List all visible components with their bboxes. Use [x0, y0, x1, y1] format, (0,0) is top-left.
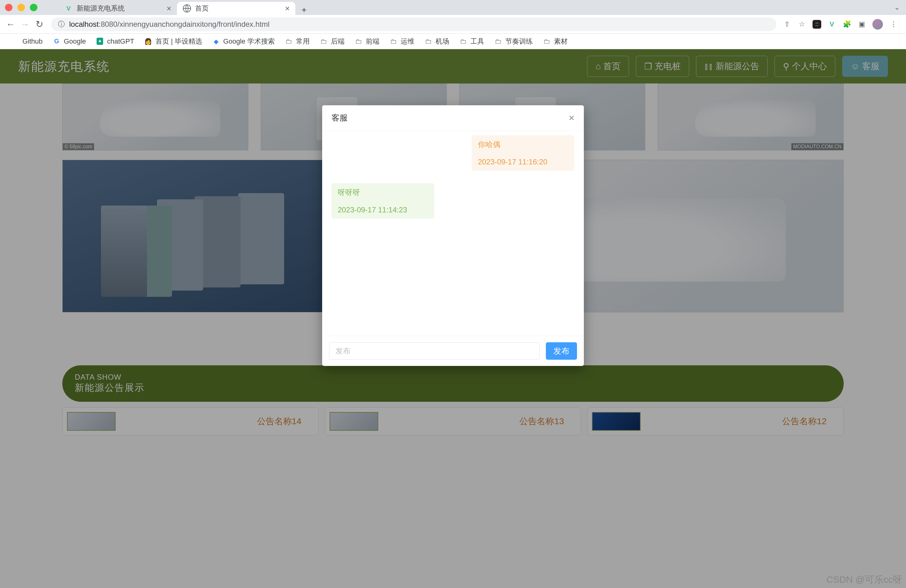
- folder-icon: 🗀: [389, 37, 397, 45]
- section-title: 新能源公告展示: [75, 381, 831, 394]
- page-viewport: 新能源充电系统 ⌂首页❒充电桩⫿⫿新能源公告⚲个人中心☺客服 © 58pic.c…: [0, 49, 906, 588]
- extensions-puzzle-icon[interactable]: 🧩: [842, 20, 851, 29]
- bookmark-item[interactable]: GGoogle: [53, 37, 86, 45]
- share-icon[interactable]: ⇧: [783, 20, 791, 29]
- window-titlebar: V 新能源充电系统 × 首页 × + ⌄: [0, 0, 906, 15]
- reload-button[interactable]: ↻: [33, 19, 45, 30]
- extension-icon[interactable]: ::: [812, 20, 821, 29]
- bookmark-favicon: [11, 37, 19, 45]
- bookmark-item[interactable]: ✦chatGPT: [96, 37, 134, 45]
- nav-label: 充电桩: [655, 61, 681, 72]
- bookmark-item[interactable]: 🗀工具: [459, 37, 484, 46]
- tab-inactive[interactable]: V 新能源充电系统 ×: [59, 2, 177, 15]
- dialog-body: 你哈偶2023-09-17 11:16:20呀呀呀2023-09-17 11:1…: [322, 131, 584, 336]
- chrome-menu-icon[interactable]: ⋮: [889, 20, 898, 29]
- toolbar-actions: ⇧ ☆ :: V 🧩 ▣ ⋮: [783, 19, 901, 30]
- tab-strip: V 新能源充电系统 × 首页 × +: [59, 0, 310, 15]
- message-timestamp: 2023-09-17 11:14:23: [338, 206, 428, 214]
- site-header: 新能源充电系统 ⌂首页❒充电桩⫿⫿新能源公告⚲个人中心☺客服: [0, 49, 906, 83]
- bookmark-label: 节奏训练: [505, 37, 533, 46]
- announcement-thumbnail: [592, 412, 641, 431]
- bookmarks-bar: GithubGGoogle✦chatGPT👩首页 | 毕设精选◆Google 学…: [0, 33, 906, 49]
- close-window-icon[interactable]: [5, 4, 13, 11]
- bookmark-item[interactable]: 🗀节奏训练: [494, 37, 533, 46]
- nav-label: 新能源公告: [716, 61, 759, 72]
- sidepanel-icon[interactable]: ▣: [857, 20, 866, 29]
- profile-avatar[interactable]: [873, 19, 883, 30]
- message-received: 呀呀呀2023-09-17 11:14:23: [332, 183, 434, 218]
- nav-icon: ⚲: [783, 61, 790, 72]
- announcement-thumbnail: [330, 412, 378, 431]
- folder-icon: 🗀: [494, 37, 502, 45]
- traffic-lights: [5, 4, 37, 11]
- bookmark-label: 后端: [331, 37, 345, 46]
- message-text: 你哈偶: [478, 140, 568, 150]
- announcement-title: 公告名称13: [519, 416, 576, 427]
- bookmark-star-icon[interactable]: ☆: [798, 20, 806, 29]
- announcement-card[interactable]: 公告名称13: [325, 407, 581, 435]
- nav-button[interactable]: ☺客服: [842, 56, 888, 77]
- vue-devtools-icon[interactable]: V: [828, 20, 836, 29]
- minimize-window-icon[interactable]: [18, 4, 25, 11]
- url-text: localhost:8080/xinnengyuanchongdainxiton…: [69, 20, 270, 29]
- nav-button[interactable]: ❒充电桩: [636, 56, 689, 77]
- nav-button[interactable]: ⫿⫿新能源公告: [696, 56, 768, 77]
- vue-icon: V: [64, 4, 73, 13]
- dialog-title: 客服: [332, 112, 348, 123]
- dialog-header: 客服 ×: [322, 105, 584, 131]
- bookmark-label: 素材: [554, 37, 568, 46]
- bookmark-favicon: G: [53, 37, 61, 45]
- announcement-card[interactable]: 公告名称14: [62, 407, 319, 435]
- bookmark-item[interactable]: 👩首页 | 毕设精选: [144, 37, 202, 46]
- nav-icon: ❒: [644, 61, 652, 72]
- tab-active[interactable]: 首页 ×: [177, 2, 295, 15]
- forward-button: →: [19, 19, 30, 30]
- bookmark-label: Google 学术搜索: [223, 37, 275, 46]
- bookmark-label: 常用: [296, 37, 310, 46]
- folder-icon: 🗀: [424, 37, 432, 45]
- announcement-card[interactable]: 公告名称12: [587, 407, 844, 435]
- tab-title: 新能源充电系统: [77, 4, 163, 13]
- bookmark-label: Github: [22, 37, 43, 45]
- message-sent: 你哈偶2023-09-17 11:16:20: [472, 135, 574, 171]
- maximize-window-icon[interactable]: [30, 4, 37, 11]
- bookmark-label: chatGPT: [107, 37, 134, 45]
- image-placeholder: MODIAUTO.COM.CN: [658, 83, 844, 150]
- bookmark-item[interactable]: 🗀前端: [354, 37, 380, 46]
- nav-button[interactable]: ⚲个人中心: [775, 56, 835, 77]
- site-info-icon[interactable]: ⓘ: [58, 20, 65, 29]
- address-bar[interactable]: ⓘ localhost:8080/xinnengyuanchongdainxit…: [51, 18, 777, 31]
- nav-icon: ⫿⫿: [704, 61, 713, 72]
- customer-service-dialog: 客服 × 你哈偶2023-09-17 11:16:20呀呀呀2023-09-17…: [322, 105, 584, 366]
- close-tab-icon[interactable]: ×: [285, 4, 290, 13]
- section-subtitle: DATA SHOW: [75, 373, 831, 381]
- new-tab-button[interactable]: +: [298, 5, 310, 15]
- bookmark-item[interactable]: 🗀素材: [543, 37, 568, 46]
- bookmark-favicon: 👩: [144, 37, 152, 45]
- folder-icon: 🗀: [459, 37, 467, 45]
- bookmark-item[interactable]: 🗀后端: [320, 37, 345, 46]
- message-input[interactable]: [329, 342, 540, 360]
- folder-icon: 🗀: [354, 37, 363, 45]
- bookmark-item[interactable]: Github: [11, 37, 43, 45]
- bookmark-item[interactable]: ◆Google 学术搜索: [212, 37, 275, 46]
- bookmark-item[interactable]: 🗀机场: [424, 37, 449, 46]
- message-text: 呀呀呀: [338, 188, 428, 198]
- back-button[interactable]: ←: [5, 19, 16, 30]
- nav-label: 客服: [862, 61, 879, 72]
- tab-title: 首页: [195, 4, 281, 13]
- tabs-dropdown-icon[interactable]: ⌄: [894, 3, 900, 11]
- announcement-row: 公告名称14公告名称13公告名称12: [62, 407, 844, 435]
- dialog-close-icon[interactable]: ×: [569, 112, 574, 124]
- nav-label: 首页: [603, 61, 620, 72]
- send-button[interactable]: 发布: [546, 342, 577, 360]
- bookmark-item[interactable]: 🗀常用: [285, 37, 310, 46]
- bookmark-label: 机场: [435, 37, 449, 46]
- bookmark-item[interactable]: 🗀运维: [389, 37, 415, 46]
- folder-icon: 🗀: [285, 37, 293, 45]
- site-brand: 新能源充电系统: [18, 58, 110, 75]
- nav-button[interactable]: ⌂首页: [587, 56, 629, 77]
- watermark-text: CSDN @可乐cc呀: [826, 574, 902, 586]
- folder-icon: 🗀: [543, 37, 551, 45]
- close-tab-icon[interactable]: ×: [167, 4, 171, 13]
